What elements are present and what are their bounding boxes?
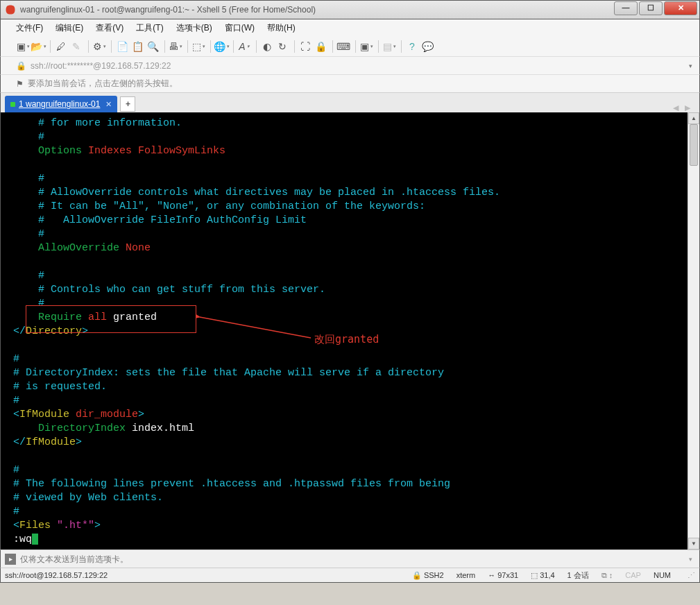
add-tab-icon[interactable]: ▣▾ (359, 40, 373, 53)
terminal-line: # (1, 505, 688, 519)
refresh-icon[interactable]: ◐ (260, 40, 274, 53)
terminal-line: # Controls who can get stuff from this s… (1, 283, 688, 297)
scroll-down-button[interactable]: ▼ (688, 538, 699, 549)
hint-flag-icon[interactable]: ⚑ (16, 79, 24, 89)
new-tab-button[interactable]: + (120, 96, 135, 112)
hint-text: 要添加当前会话，点击左侧的箭头按钮。 (28, 78, 178, 90)
terminal-line: # (1, 297, 688, 311)
open-folder-icon[interactable]: 📂▾ (31, 40, 45, 53)
toolbar-separator (401, 40, 402, 53)
status-proto: 🔒 SSH2 (412, 571, 444, 580)
terminal-line: # The following lines prevent .htaccess … (1, 477, 688, 491)
paste-icon[interactable]: 📋 (130, 40, 144, 53)
keyboard-icon[interactable]: ⌨ (336, 40, 350, 53)
menu-file[interactable]: 文件(F) (16, 22, 43, 34)
terminal-line (1, 450, 688, 463)
toolbar-separator (233, 40, 234, 53)
transfer-icon[interactable]: ⬚▾ (191, 40, 205, 53)
scroll-thumb[interactable] (690, 124, 698, 166)
status-bar: ssh://root@192.168.57.129:22 🔒 SSH2 xter… (0, 568, 700, 583)
toolbar: ▣▾ 📂▾ 🖊 ✎ ⚙▾ 📄 📋 🔍 🖶▾ ⬚▾ 🌐▾ A▾ ◐ ↻ ⛶ 🔒 ⌨… (0, 36, 700, 57)
address-dropdown-icon[interactable]: ▾ (689, 62, 692, 69)
status-link-icon: ⧉ ↕ (601, 571, 613, 580)
new-session-icon[interactable]: ▣▾ (16, 40, 30, 53)
maximize-button[interactable]: ☐ (639, 1, 663, 15)
terminal[interactable]: # for more information. # Options Indexe… (1, 112, 688, 549)
chat-icon[interactable]: 💬 (420, 40, 434, 53)
layout-icon[interactable]: ▤▾ (382, 40, 396, 53)
terminal-line: # for more information. (1, 117, 688, 130)
status-cap: CAP (625, 571, 641, 579)
terminal-line (1, 255, 688, 269)
menu-tabs[interactable]: 选项卡(B) (176, 22, 212, 34)
terminal-line: </IfModule> (1, 436, 688, 450)
app-icon (5, 4, 16, 15)
help-icon[interactable]: ? (405, 40, 419, 53)
toolbar-separator (332, 40, 333, 53)
window-controls: — ☐ ✕ (614, 1, 699, 19)
reconnect-icon[interactable]: 🖊 (54, 40, 68, 53)
menubar: 文件(F) 编辑(E) 查看(V) 工具(T) 选项卡(B) 窗口(W) 帮助(… (0, 19, 700, 36)
toolbar-separator (210, 40, 211, 53)
lock-icon[interactable]: 🔒 (314, 40, 327, 53)
tab-close-icon[interactable]: ✕ (105, 100, 112, 109)
menu-help[interactable]: 帮助(H) (267, 22, 296, 34)
terminal-line: <Files ".ht*"> (1, 519, 688, 533)
status-connection: ssh://root@192.168.57.129:22 (5, 571, 108, 579)
vim-command-line: :wq (1, 533, 688, 547)
terminal-line (1, 339, 688, 352)
terminal-line: <IfModule dir_module> (1, 408, 688, 422)
send-mode-icon[interactable]: ▸ (5, 554, 16, 565)
menu-edit[interactable]: 编辑(E) (56, 22, 83, 34)
disconnect-icon[interactable]: ✎ (69, 40, 83, 53)
scroll-track[interactable] (688, 124, 699, 538)
toolbar-separator (256, 40, 257, 53)
session-tab[interactable]: 1 wangruifenglinux-01 ✕ (5, 96, 117, 112)
sync-icon[interactable]: ↻ (275, 40, 289, 53)
status-sessions: 1 会话 (567, 570, 589, 581)
send-bar: ▸ ▾ (0, 549, 700, 568)
terminal-cursor (32, 534, 38, 545)
terminal-line: # It can be "All", "None", or any combin… (1, 200, 688, 214)
close-button[interactable]: ✕ (664, 1, 697, 15)
terminal-line: # AllowOverride controls what directives… (1, 186, 688, 200)
copy-icon[interactable]: 📄 (115, 40, 129, 53)
fullscreen-icon[interactable]: ⛶ (298, 40, 312, 53)
toolbar-separator (88, 40, 89, 53)
status-num: NUM (654, 571, 671, 579)
resize-grip-icon[interactable]: ⋰ (688, 571, 695, 580)
address-bar: 🔒 ▾ (0, 57, 700, 75)
toolbar-separator (50, 40, 51, 53)
terminal-line: # (1, 130, 688, 144)
send-dropdown-icon[interactable]: ▾ (689, 556, 692, 563)
minimize-button[interactable]: — (614, 1, 638, 15)
find-icon[interactable]: 🔍 (146, 40, 160, 53)
terminal-line: # (1, 172, 688, 186)
send-input[interactable] (20, 554, 689, 564)
terminal-line: Require all granted (1, 311, 688, 325)
toolbar-separator (111, 40, 112, 53)
globe-icon[interactable]: 🌐▾ (214, 40, 228, 53)
window-title: wangruifenglinux-01 - root@wangruifeng-0… (20, 5, 316, 15)
terminal-scrollbar[interactable]: ▲ ▼ (688, 112, 699, 549)
menu-tools[interactable]: 工具(T) (136, 22, 163, 34)
terminal-line: # (1, 463, 688, 477)
properties-icon[interactable]: ⚙▾ (92, 40, 106, 53)
status-size: ↔ 97x31 (488, 571, 518, 579)
menu-window[interactable]: 窗口(W) (225, 22, 255, 34)
terminal-line: </Directory> (1, 325, 688, 339)
terminal-line: # DirectoryIndex: sets the file that Apa… (1, 366, 688, 380)
menu-view[interactable]: 查看(V) (96, 22, 123, 34)
terminal-container: # for more information. # Options Indexe… (0, 112, 700, 549)
scroll-up-button[interactable]: ▲ (688, 112, 699, 124)
terminal-line: # (1, 228, 688, 241)
status-term-type: xterm (456, 571, 476, 579)
address-input[interactable] (31, 61, 689, 71)
print-icon[interactable]: 🖶▾ (169, 40, 182, 53)
lock-small-icon: 🔒 (16, 61, 26, 71)
font-icon[interactable]: A▾ (237, 40, 251, 53)
toolbar-separator (378, 40, 379, 53)
terminal-line: # (1, 352, 688, 366)
connection-status-icon (10, 102, 15, 107)
tab-nav-arrows[interactable]: ◀ ▶ (673, 103, 692, 112)
